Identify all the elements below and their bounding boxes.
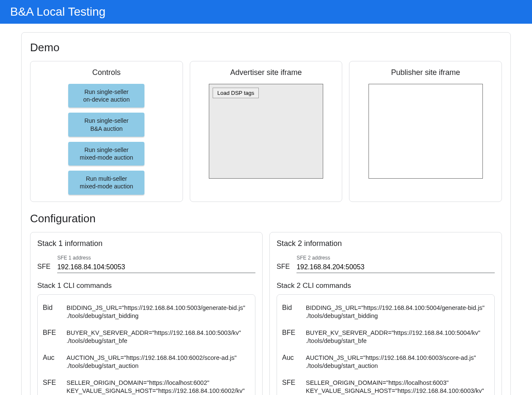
stack-2-cli-title: Stack 2 CLI commands: [277, 282, 495, 290]
stack-1-sfe-row: SFE SFE 1 address: [37, 255, 255, 273]
stack-1-cli-sfe: SFE SELLER_ORIGIN_DOMAIN="https://localh…: [43, 375, 250, 395]
stack-1-card: Stack 1 information SFE SFE 1 address St…: [30, 232, 263, 395]
stack-1-sfe-label: SFE: [37, 263, 50, 273]
stack-1-addr-label: SFE 1 address: [57, 255, 255, 261]
stack-1-addr-wrap: SFE 1 address: [57, 255, 255, 273]
load-dsp-tags-button[interactable]: Load DSP tags: [213, 88, 259, 98]
stack-2-cli-bfe: BFE BUYER_KV_SERVER_ADDR="https://192.16…: [282, 325, 489, 350]
sfe-2-address-input[interactable]: [296, 262, 495, 273]
run-single-seller-ba-button[interactable]: Run single-sellerB&A auction: [68, 113, 144, 136]
app-title: B&A Local Testing: [10, 5, 105, 18]
cli-val-auc-2: AUCTION_JS_URL="https://192.168.84.100:6…: [306, 354, 476, 370]
cli-key-auc-2: Auc: [282, 354, 298, 362]
stack-2-info-title: Stack 2 information: [277, 239, 495, 248]
app-header: B&A Local Testing: [0, 0, 532, 24]
run-multi-seller-mixed-button[interactable]: Run multi-sellermixed-mode auction: [68, 171, 144, 194]
config-title: Configuration: [30, 212, 502, 225]
publisher-panel: Publisher site iframe: [349, 61, 502, 202]
stack-1-cli-bfe: BFE BUYER_KV_SERVER_ADDR="https://192.16…: [43, 325, 250, 350]
stack-2-sfe-label: SFE: [277, 263, 290, 273]
cli-key-bid: Bid: [43, 304, 59, 312]
demo-config-card: Demo Controls Run single-selleron-device…: [21, 32, 511, 395]
cli-val-auc: AUCTION_JS_URL="https://192.168.84.100:6…: [66, 354, 237, 370]
controls-title: Controls: [92, 68, 121, 77]
publisher-iframe: [369, 84, 483, 179]
run-single-seller-ondevice-button[interactable]: Run single-selleron-device auction: [68, 84, 144, 108]
run-single-seller-mixed-button[interactable]: Run single-sellermixed-mode auction: [68, 142, 144, 166]
advertiser-panel: Advertiser site iframe Load DSP tags: [190, 61, 343, 202]
cli-key-sfe: SFE: [43, 379, 59, 387]
stack-1-info-title: Stack 1 information: [37, 239, 255, 248]
cli-key-sfe-2: SFE: [282, 379, 298, 387]
cli-key-bfe: BFE: [43, 329, 59, 337]
stack-1-cli-card: Bid BIDDING_JS_URL="https://192.168.84.1…: [37, 294, 255, 395]
stack-2-addr-wrap: SFE 2 address: [296, 255, 495, 273]
stack-1-cli-auc: Auc AUCTION_JS_URL="https://192.168.84.1…: [43, 350, 250, 375]
demo-row: Controls Run single-selleron-device auct…: [30, 61, 502, 202]
stack-2-cli-bid: Bid BIDDING_JS_URL="https://192.168.84.1…: [282, 300, 489, 325]
demo-title: Demo: [30, 41, 502, 54]
stack-2-cli-card: Bid BIDDING_JS_URL="https://192.168.84.1…: [277, 294, 495, 395]
publisher-title: Publisher site iframe: [391, 68, 460, 77]
stack-2-sfe-row: SFE SFE 2 address: [277, 255, 495, 273]
stack-1-cli-title: Stack 1 CLI commands: [37, 282, 255, 290]
cli-val-sfe: SELLER_ORIGIN_DOMAIN="https://localhost:…: [66, 379, 245, 395]
config-row: Stack 1 information SFE SFE 1 address St…: [30, 232, 502, 395]
cli-val-bfe: BUYER_KV_SERVER_ADDR="https://192.168.84…: [66, 329, 241, 345]
cli-val-bid: BIDDING_JS_URL="https://192.168.84.100:5…: [66, 304, 245, 320]
advertiser-title: Advertiser site iframe: [230, 68, 302, 77]
stack-1-cli-bid: Bid BIDDING_JS_URL="https://192.168.84.1…: [43, 300, 250, 325]
cli-key-bid-2: Bid: [282, 304, 298, 312]
stack-2-cli-sfe: SFE SELLER_ORIGIN_DOMAIN="https://localh…: [282, 375, 489, 395]
cli-val-sfe-2: SELLER_ORIGIN_DOMAIN="https://localhost:…: [306, 379, 484, 395]
stack-2-addr-label: SFE 2 address: [296, 255, 495, 261]
sfe-1-address-input[interactable]: [57, 262, 255, 273]
controls-panel: Controls Run single-selleron-device auct…: [30, 61, 183, 202]
main-content: Demo Controls Run single-selleron-device…: [0, 24, 532, 395]
cli-val-bfe-2: BUYER_KV_SERVER_ADDR="https://192.168.84…: [306, 329, 480, 345]
controls-stack: Run single-selleron-device auction Run s…: [68, 84, 144, 195]
cli-val-bid-2: BIDDING_JS_URL="https://192.168.84.100:5…: [306, 304, 485, 320]
advertiser-iframe: Load DSP tags: [209, 84, 323, 179]
cli-key-bfe-2: BFE: [282, 329, 298, 337]
stack-2-cli-auc: Auc AUCTION_JS_URL="https://192.168.84.1…: [282, 350, 489, 375]
cli-key-auc: Auc: [43, 354, 59, 362]
stack-2-card: Stack 2 information SFE SFE 2 address St…: [269, 232, 502, 395]
